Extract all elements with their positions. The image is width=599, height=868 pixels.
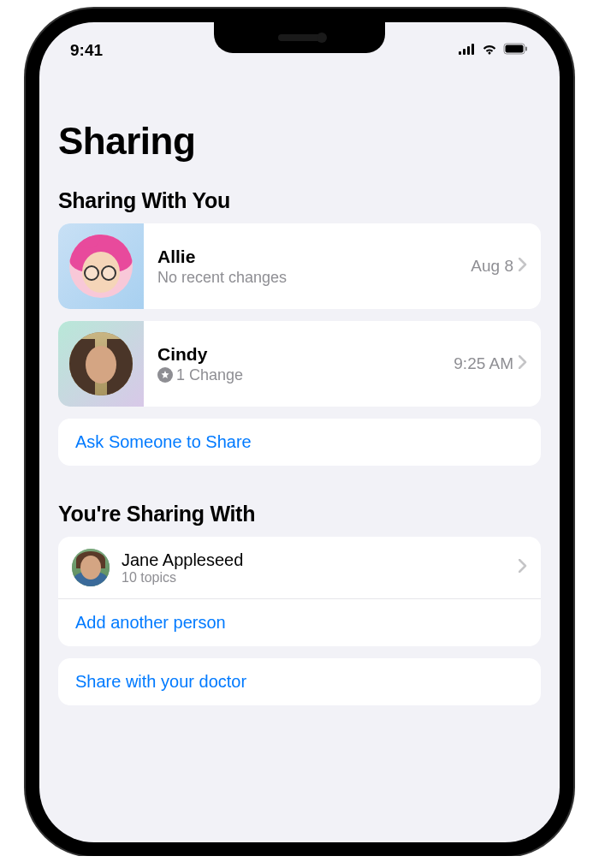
chevron-right-icon <box>519 559 527 576</box>
person-row-jane[interactable]: Jane Appleseed 10 topics <box>58 537 541 599</box>
svg-rect-6 <box>525 47 527 51</box>
svg-rect-2 <box>467 46 470 55</box>
section-youre-sharing-with-title: You're Sharing With <box>58 502 541 526</box>
content: Sharing Sharing With You Allie No <box>39 68 560 705</box>
status-icons <box>459 43 529 58</box>
person-name: Jane Appleseed <box>122 550 519 570</box>
avatar-jane <box>72 549 110 586</box>
person-card-allie[interactable]: Allie No recent changes Aug 8 <box>58 223 541 309</box>
chevron-right-icon <box>519 355 527 372</box>
add-another-person-button[interactable]: Add another person <box>58 599 541 646</box>
battery-icon <box>503 43 529 58</box>
phone-frame: 9:41 Sharing Sharing With You <box>26 9 573 856</box>
person-meta: 9:25 AM <box>454 354 513 373</box>
screen: 9:41 Sharing Sharing With You <box>39 22 560 842</box>
notch <box>214 22 385 53</box>
avatar-cindy <box>58 321 144 407</box>
cellular-icon <box>459 43 476 58</box>
chevron-right-icon <box>519 258 527 275</box>
ask-someone-button[interactable]: Ask Someone to Share <box>58 419 541 466</box>
person-subtitle: No recent changes <box>157 269 471 287</box>
person-name: Allie <box>157 247 471 267</box>
share-with-doctor-button[interactable]: Share with your doctor <box>58 658 541 705</box>
youre-sharing-card: Jane Appleseed 10 topics Add another per… <box>58 537 541 646</box>
svg-rect-3 <box>471 44 474 55</box>
wifi-icon <box>481 43 498 58</box>
person-meta: Aug 8 <box>471 257 513 276</box>
status-time: 9:41 <box>70 41 103 60</box>
person-card-cindy[interactable]: Cindy 1 Change 9:25 AM <box>58 321 541 407</box>
svg-rect-0 <box>459 51 461 55</box>
person-name: Cindy <box>157 344 454 365</box>
svg-rect-1 <box>463 49 466 55</box>
person-subtitle: 1 Change <box>157 366 454 384</box>
section-sharing-with-you-title: Sharing With You <box>58 188 541 213</box>
star-badge-icon <box>157 367 173 383</box>
person-subtitle: 10 topics <box>122 570 519 586</box>
svg-rect-5 <box>506 45 524 53</box>
page-title: Sharing <box>58 120 541 163</box>
avatar-allie <box>58 223 144 309</box>
